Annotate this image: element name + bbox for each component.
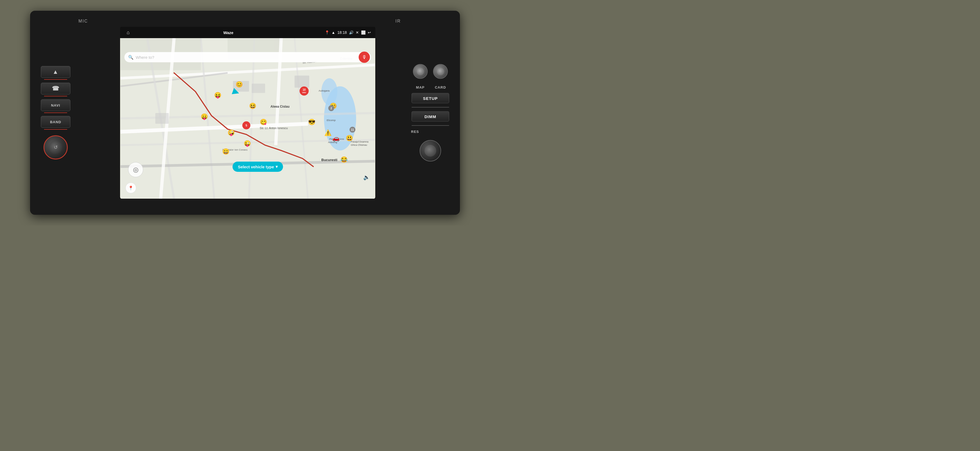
emoji-marker-4: 😆 (249, 103, 256, 110)
close-icon: ✕ (356, 30, 359, 35)
phone-button[interactable]: ☎ (41, 83, 70, 94)
card-knob[interactable] (433, 64, 448, 79)
svg-text:Pasajul Doamna: Pasajul Doamna (351, 140, 369, 143)
setup-label: SETUP (423, 96, 438, 100)
emoji-marker-12: 😂 (340, 156, 348, 163)
left-knob-inner: ↺ (49, 141, 62, 154)
svg-rect-32 (155, 113, 169, 124)
search-icon: 🔍 (128, 55, 134, 60)
map-knob-inner (417, 68, 424, 75)
ir-label: IR (395, 19, 401, 24)
volume-icon: 🔊 (349, 30, 353, 35)
emoji-marker-2: 😝 (214, 92, 221, 99)
hazard-marker-1: ⚠️ (324, 129, 331, 137)
mic-label: MIC (78, 19, 88, 24)
select-vehicle-label: Select vehicle type (238, 165, 274, 169)
back-icon: ↺ (54, 145, 58, 150)
svg-rect-31 (294, 76, 309, 88)
left-panel: ▲ ☎ NAVI BAND ↺ (38, 66, 73, 159)
dimm-label: DIMM (425, 114, 436, 119)
phone-icon: ☎ (52, 85, 59, 92)
dimm-divider (412, 125, 449, 126)
emoji-marker-5: 😋 (260, 119, 267, 125)
emoji-marker-9: 😎 (308, 119, 315, 125)
card-knob-inner (437, 68, 444, 75)
eject-icon: ▲ (52, 68, 59, 75)
card-label: CARD (433, 85, 448, 89)
window-icon: ⬜ (361, 30, 366, 35)
svg-text:Autogara: Autogara (318, 89, 329, 92)
time-display: 18:18 (337, 30, 347, 35)
right-label-row: MAP CARD (409, 85, 452, 89)
emoji-marker-6: 🤪 (228, 129, 235, 137)
volume-small-icon: 🔈 (363, 174, 370, 180)
emoji-marker-3: 😛 (200, 113, 208, 120)
right-big-knob-inner (425, 145, 436, 157)
map-label: MAP (413, 85, 428, 89)
status-bar-right: 📍 ▲ 18:18 🔊 ✕ ⬜ ↩ (325, 30, 371, 35)
band-button[interactable]: BAND (41, 116, 70, 128)
eject-button[interactable]: ▲ (41, 66, 70, 78)
right-rotary-knob[interactable] (420, 140, 441, 162)
navi-label: NAVI (51, 103, 60, 107)
locate-icon: 📍 (128, 186, 134, 191)
volume-indicator: 🔈 (363, 174, 370, 180)
dimm-button[interactable]: DIMM (412, 111, 449, 122)
svg-text:Aleea Cislau: Aleea Cislau (270, 105, 290, 108)
map-area[interactable]: Str. Rasnov Colentina Aleea Cislau Str. … (120, 38, 375, 199)
svg-text:Ghica Chisinau: Ghica Chisinau (351, 144, 367, 146)
home-icon: ⌂ (127, 30, 130, 35)
emoji-marker-7: 😜 (243, 140, 251, 147)
hazard-marker-2: 🚗 (332, 135, 340, 142)
svg-text:Elcomp: Elcomp (327, 119, 336, 122)
band-label: BAND (50, 120, 61, 124)
num-badge-11: 11 (350, 127, 355, 133)
svg-rect-30 (252, 84, 265, 93)
compass-icon: ◎ (133, 166, 138, 173)
screen: ⌂ Waze 📍 ▲ 18:18 🔊 ✕ ⬜ ↩ (120, 27, 375, 199)
locate-button[interactable]: 📍 (126, 183, 136, 193)
search-bar[interactable]: 🔍 Where to? (124, 52, 371, 62)
speed-badge-5: 5 (242, 121, 250, 129)
location-icon: 📍 (325, 30, 329, 35)
svg-text:Bucuresti: Bucuresti (321, 158, 337, 162)
select-vehicle-button[interactable]: Select vehicle type ▾ (233, 162, 283, 172)
res-label: RES (411, 130, 419, 134)
map-knob[interactable] (413, 64, 428, 79)
car-head-unit: MIC IR ▲ ☎ NAVI BAND ↺ ⌂ Waze 📍 (30, 11, 460, 215)
right-knobs-row (413, 64, 448, 79)
navi-button[interactable]: NAVI (41, 99, 70, 111)
status-bar: ⌂ Waze 📍 ▲ 18:18 🔊 ✕ ⬜ ↩ (120, 27, 375, 38)
emoji-marker-11: 😃 (346, 135, 353, 142)
mic-icon: 🎙 (362, 54, 367, 60)
left-rotary-knob[interactable]: ↺ (43, 135, 68, 159)
setup-button[interactable]: SETUP (412, 93, 449, 103)
emoji-marker-8: 😄 (222, 148, 229, 155)
wifi-icon: ▲ (331, 30, 335, 35)
time-badge-10: 10min (299, 86, 309, 95)
back-nav-icon: ↩ (368, 30, 371, 35)
setup-divider (412, 107, 449, 108)
search-placeholder: Where to? (136, 55, 154, 60)
home-button[interactable]: ⌂ (124, 29, 132, 36)
svg-text:Str. Lt. Anton Ionescu: Str. Lt. Anton Ionescu (260, 127, 288, 130)
compass-button[interactable]: ◎ (128, 162, 143, 177)
app-title: Waze (132, 30, 325, 35)
chevron-down-icon: ▾ (275, 164, 278, 169)
num-badge-2: 2 (328, 105, 334, 111)
right-panel: MAP CARD SETUP DIMM RES (409, 64, 452, 162)
voice-button[interactable]: 🎙 (359, 52, 370, 63)
